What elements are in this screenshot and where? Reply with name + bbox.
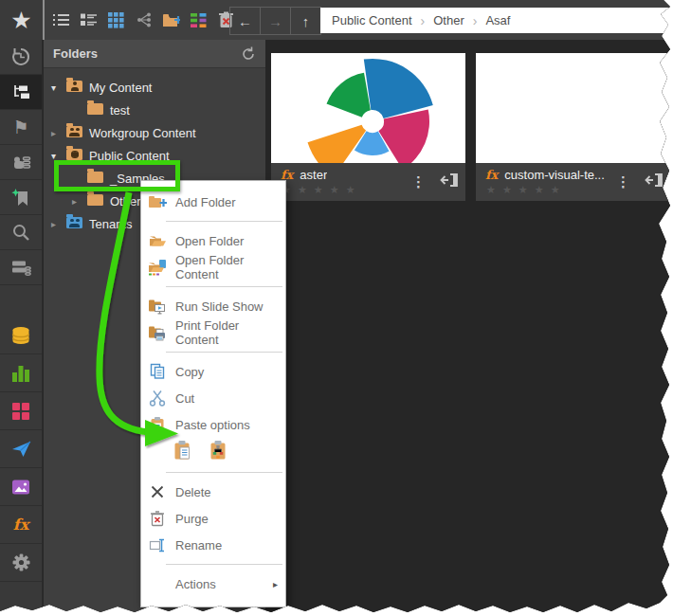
- sidebar-item-history[interactable]: [0, 40, 42, 75]
- grid-view-icon[interactable]: [107, 11, 125, 28]
- sidebar-item-content-explorer[interactable]: [0, 75, 42, 110]
- breadcrumb-item[interactable]: Other: [433, 13, 464, 27]
- collapse-arrow-icon[interactable]: ▸: [51, 219, 66, 229]
- new-folder-icon[interactable]: [162, 11, 180, 28]
- favorites-star-icon[interactable]: ★: [0, 0, 45, 40]
- sidebar-item-discover[interactable]: [0, 354, 42, 392]
- detail-view-icon[interactable]: [80, 11, 98, 28]
- sidebar-item-bookmark[interactable]: [0, 180, 42, 215]
- fx-type-icon: fx: [485, 168, 498, 182]
- tree-item-my-content[interactable]: ▾ My Content: [44, 76, 265, 99]
- expand-arrow-icon[interactable]: ▾: [51, 82, 66, 93]
- menu-item-add-folder[interactable]: Add Folder: [141, 189, 285, 215]
- sidebar-item-present[interactable]: [0, 392, 42, 430]
- refresh-icon[interactable]: [241, 46, 256, 62]
- menu-item-open-folder[interactable]: Open Folder: [141, 227, 285, 254]
- content-area: fx aster ★ ★ ★ ★ ★ ⋮ fx custom-visual-te…: [265, 40, 673, 616]
- run-slide-show-icon: [148, 297, 167, 316]
- sidebar-item-publish[interactable]: [0, 430, 42, 468]
- menu-separator: [166, 221, 282, 222]
- menu-item-purge[interactable]: Purge: [141, 505, 285, 532]
- collapse-arrow-icon[interactable]: ▸: [51, 128, 66, 138]
- sidebar-item-illustrate[interactable]: [0, 468, 42, 506]
- menu-separator: [166, 352, 282, 353]
- hierarchy-view-icon[interactable]: [135, 11, 153, 28]
- tile-title: custom-visual-te...: [504, 168, 604, 182]
- menu-item-actions[interactable]: Actions ▸: [141, 571, 285, 597]
- grid-tiles-icon: [11, 402, 30, 421]
- paste-hierarchy-icon[interactable]: [209, 440, 228, 464]
- menu-item-label: Paste options: [175, 418, 250, 432]
- paste-item-icon[interactable]: [173, 440, 192, 464]
- sidebar-item-formulate[interactable]: fx: [0, 506, 42, 544]
- delete-icon: [148, 482, 167, 501]
- tile-thumbnail[interactable]: [271, 53, 465, 163]
- sidebar-item-model[interactable]: [0, 317, 42, 354]
- folders-panel-header: Folders: [44, 40, 265, 68]
- sidebar-item-admin[interactable]: [0, 544, 42, 582]
- folders-panel-title: Folders: [53, 46, 98, 61]
- paper-plane-icon: [11, 440, 31, 458]
- sidebar-item-search[interactable]: [0, 215, 42, 250]
- purge-icon: [148, 509, 167, 528]
- folder-globe-icon: [66, 149, 82, 160]
- kebab-menu-icon[interactable]: ⋮: [411, 173, 426, 190]
- rating-stars[interactable]: ★ ★ ★ ★ ★: [282, 184, 408, 196]
- tile-title: aster: [300, 168, 327, 182]
- menu-item-run-slide-show[interactable]: Run Slide Show: [141, 293, 285, 319]
- folder-label: My Content: [89, 81, 152, 95]
- open-item-icon[interactable]: [439, 172, 460, 189]
- sidebar-item-insights[interactable]: [0, 145, 42, 180]
- list-view-icon[interactable]: [52, 11, 70, 28]
- kebab-menu-icon[interactable]: ⋮: [616, 173, 630, 190]
- open-folder-content-icon: [148, 258, 167, 277]
- color-list-icon[interactable]: [190, 11, 208, 28]
- menu-item-label: Open Folder Content: [175, 253, 278, 281]
- rename-icon: [148, 535, 167, 554]
- nav-up-button[interactable]: ↑: [290, 7, 321, 35]
- rating-stars[interactable]: ★ ★ ★ ★ ★: [486, 184, 612, 196]
- tile-footer: fx custom-visual-te... ★ ★ ★ ★ ★ ⋮: [476, 163, 670, 201]
- menu-item-label: Run Slide Show: [175, 299, 264, 314]
- image-icon: [11, 479, 30, 496]
- sidebar-group-gap: [0, 285, 42, 317]
- menu-item-open-folder-content[interactable]: Open Folder Content: [141, 254, 285, 281]
- top-toolbar: ★ ← →: [0, 0, 673, 40]
- open-item-icon[interactable]: [644, 172, 664, 189]
- folder-label: Tenants: [89, 217, 133, 231]
- menu-item-delete[interactable]: Delete: [141, 479, 285, 505]
- tree-item-workgroup-content[interactable]: ▸ Workgroup Content: [44, 121, 265, 144]
- menu-item-print-folder-content[interactable]: Print Folder Content: [141, 319, 285, 346]
- paste-options-row: [141, 438, 285, 466]
- menu-item-paste-options[interactable]: Paste options: [141, 411, 285, 438]
- content-tile-aster[interactable]: fx aster ★ ★ ★ ★ ★ ⋮: [271, 53, 465, 201]
- menu-item-rename[interactable]: Rename: [141, 532, 285, 558]
- sidebar-item-server[interactable]: [0, 250, 42, 285]
- content-tile-custom-visual[interactable]: fx custom-visual-te... ★ ★ ★ ★ ★ ⋮: [476, 53, 670, 201]
- collapse-arrow-icon[interactable]: ▸: [72, 196, 87, 207]
- folder-context-menu: Add Folder Open Folder Open Folder Conte…: [140, 180, 286, 607]
- breadcrumb-item[interactable]: Asaf: [485, 13, 510, 27]
- sidebar-item-flag[interactable]: ⚑: [0, 110, 42, 145]
- breadcrumb-separator: ›: [473, 13, 478, 28]
- nav-forward-button[interactable]: →: [260, 7, 291, 35]
- menu-item-label: Print Folder Content: [175, 318, 278, 347]
- nav-back-button[interactable]: ←: [229, 7, 261, 35]
- expand-arrow-icon[interactable]: ▾: [51, 151, 66, 161]
- tile-thumbnail[interactable]: [476, 53, 670, 163]
- hand-insights-icon: [11, 154, 31, 172]
- menu-separator: [166, 286, 282, 287]
- breadcrumb-item[interactable]: Public Content: [332, 13, 412, 27]
- print-folder-content-icon: [148, 323, 167, 342]
- menu-item-copy[interactable]: Copy: [141, 358, 285, 385]
- menu-item-label: Rename: [175, 538, 222, 553]
- tile-footer: fx aster ★ ★ ★ ★ ★ ⋮: [271, 163, 465, 201]
- gear-icon: [11, 553, 31, 572]
- folder-person-icon: [66, 81, 82, 92]
- menu-item-label: Cut: [175, 391, 194, 406]
- history-icon: [10, 46, 31, 67]
- folder-label: test: [110, 103, 130, 118]
- menu-item-label: Delete: [175, 485, 211, 499]
- menu-item-cut[interactable]: Cut: [141, 385, 285, 411]
- tree-item-test[interactable]: ▸ test: [44, 99, 265, 121]
